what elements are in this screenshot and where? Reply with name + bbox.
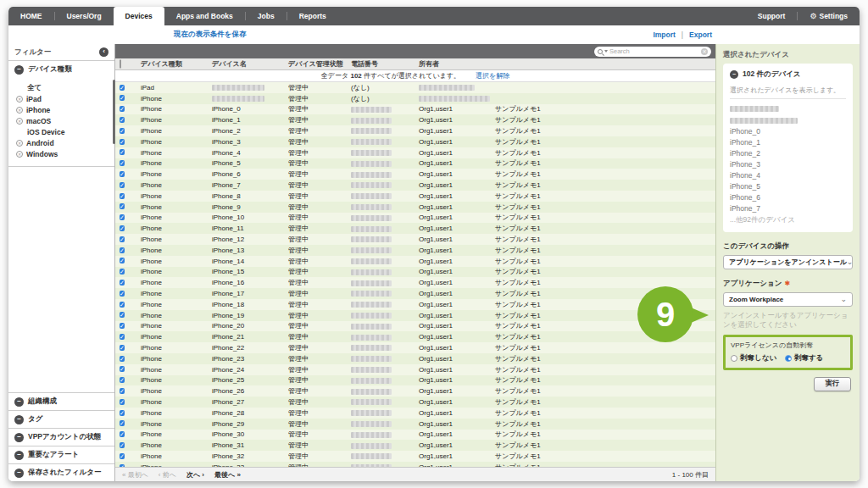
col-owner[interactable]: 所有者: [419, 59, 495, 69]
table-row[interactable]: ✓iPhoneiPhone_22管理中Org1,user1サンプルメモ1: [115, 342, 715, 353]
table-row[interactable]: ✓iPhoneiPhone_28管理中Org1,user1サンプルメモ1: [115, 408, 715, 419]
page-first-link[interactable]: « 最初へ: [122, 470, 148, 480]
table-row[interactable]: ✓iPhoneiPhone_25管理中Org1,user1サンプルメモ1: [115, 375, 715, 386]
table-row[interactable]: ✓iPhone管理中(なし): [115, 93, 715, 104]
execute-button[interactable]: 実行: [814, 377, 851, 391]
row-checkbox[interactable]: ✓: [120, 280, 125, 286]
row-checkbox[interactable]: ✓: [120, 334, 125, 340]
filter-device-type-ipad[interactable]: ✕iPad: [8, 93, 114, 104]
row-checkbox[interactable]: ✓: [120, 323, 125, 329]
table-row[interactable]: ✓iPhoneiPhone_17管理中Org1,user1サンプルメモ1: [115, 288, 715, 299]
row-checkbox[interactable]: ✓: [120, 149, 125, 155]
row-checkbox[interactable]: ✓: [120, 269, 125, 274]
table-row[interactable]: ✓iPhoneiPhone_23管理中Org1,user1サンプルメモ1: [115, 353, 715, 364]
select-all-checkbox[interactable]: [120, 59, 121, 69]
page-prev-link[interactable]: ‹ 前へ: [159, 470, 176, 480]
device-type-section-header[interactable]: − デバイス種類: [8, 61, 114, 78]
row-checkbox[interactable]: ✓: [120, 356, 125, 362]
sidebar-scrollbar[interactable]: [113, 80, 115, 144]
operation-select[interactable]: アプリケーションをアンインストール ⌄: [723, 255, 853, 269]
table-row[interactable]: ✓iPad管理中(なし): [115, 82, 715, 93]
chevron-left-circle-icon[interactable]: ‹: [99, 47, 108, 57]
row-checkbox[interactable]: ✓: [120, 128, 125, 134]
row-checkbox[interactable]: ✓: [120, 203, 125, 209]
collapse-circle-icon[interactable]: −: [730, 70, 738, 79]
nav-tab-apps-and-books[interactable]: Apps and Books: [164, 7, 245, 25]
import-link[interactable]: Import: [653, 30, 675, 39]
row-checkbox[interactable]: ✓: [120, 106, 125, 112]
nav-tab-jobs[interactable]: Jobs: [246, 7, 287, 25]
table-row[interactable]: ✓iPhoneiPhone_21管理中Org1,user1サンプルメモ1: [115, 331, 715, 342]
row-checkbox[interactable]: ✓: [120, 431, 125, 437]
table-row[interactable]: ✓iPhoneiPhone_10管理中Org1,user1サンプルメモ1: [115, 213, 715, 224]
search-clear-icon[interactable]: ✕: [701, 48, 708, 55]
filter-device-type-windows[interactable]: ✕Windows: [8, 148, 114, 159]
vpp-radio-selected[interactable]: 剥奪する: [785, 353, 823, 363]
row-checkbox[interactable]: ✓: [120, 420, 125, 426]
nav-settings[interactable]: ⚙ Settings: [798, 7, 860, 25]
filter-device-type-ios-device[interactable]: iOS Device: [8, 126, 114, 137]
table-row[interactable]: ✓iPhoneiPhone_11管理中Org1,user1サンプルメモ1: [115, 223, 715, 234]
table-row[interactable]: ✓iPhoneiPhone_12管理中Org1,user1サンプルメモ1: [115, 234, 715, 245]
filter-device-type-iphone[interactable]: ✕iPhone: [8, 104, 114, 115]
col-phone[interactable]: 電話番号: [351, 59, 419, 69]
table-row[interactable]: ✓iPhoneiPhone_0管理中Org1,user1サンプルメモ1: [115, 104, 715, 115]
table-row[interactable]: ✓iPhoneiPhone_7管理中Org1,user1サンプルメモ1: [115, 180, 715, 191]
row-checkbox[interactable]: ✓: [120, 291, 125, 297]
table-row[interactable]: ✓iPhoneiPhone_29管理中Org1,user1サンプルメモ1: [115, 419, 715, 430]
table-row[interactable]: ✓iPhoneiPhone_8管理中Org1,user1サンプルメモ1: [115, 191, 715, 202]
table-row[interactable]: ✓iPhoneiPhone_30管理中Org1,user1サンプルメモ1: [115, 430, 715, 441]
row-checkbox[interactable]: ✓: [120, 182, 125, 188]
table-row[interactable]: ✓iPhoneiPhone_1管理中Org1,user1サンプルメモ1: [115, 114, 715, 125]
row-checkbox[interactable]: ✓: [120, 139, 125, 145]
page-next-link[interactable]: 次へ ›: [186, 470, 204, 480]
row-checkbox[interactable]: ✓: [120, 85, 125, 91]
search-scope-chevron-icon[interactable]: [604, 50, 608, 53]
row-checkbox[interactable]: ✓: [120, 399, 125, 405]
row-checkbox[interactable]: ✓: [120, 160, 125, 166]
row-checkbox[interactable]: ✓: [120, 95, 125, 101]
row-checkbox[interactable]: ✓: [120, 388, 125, 394]
row-checkbox[interactable]: ✓: [120, 302, 125, 308]
row-checkbox[interactable]: ✓: [120, 225, 125, 231]
table-row[interactable]: ✓iPhoneiPhone_3管理中Org1,user1サンプルメモ1: [115, 136, 715, 147]
table-row[interactable]: ✓iPhoneiPhone_20管理中Org1,user1サンプルメモ1: [115, 321, 715, 332]
row-checkbox[interactable]: ✓: [120, 193, 125, 199]
row-checkbox[interactable]: ✓: [120, 214, 125, 220]
filter-device-type-android[interactable]: ✕Android: [8, 137, 114, 148]
table-row[interactable]: ✓iPhoneiPhone_4管理中Org1,user1サンプルメモ1: [115, 147, 715, 158]
sidebar-section-重要なアラート[interactable]: −重要なアラート: [8, 446, 114, 463]
table-row[interactable]: ✓iPhoneiPhone_6管理中Org1,user1サンプルメモ1: [115, 169, 715, 180]
table-row[interactable]: ✓iPhoneiPhone_19管理中Org1,user1サンプルメモ1: [115, 310, 715, 321]
row-checkbox[interactable]: ✓: [120, 453, 125, 459]
search-input[interactable]: Search ✕: [594, 47, 711, 57]
table-row[interactable]: ✓iPhoneiPhone_14管理中Org1,user1サンプルメモ1: [115, 256, 715, 267]
sidebar-section-タグ[interactable]: −タグ: [8, 410, 114, 428]
filter-device-type-macos[interactable]: ✕macOS: [8, 115, 114, 126]
nav-tab-devices[interactable]: Devices: [114, 7, 164, 25]
nav-tab-users-org[interactable]: Users/Org: [55, 7, 114, 25]
sidebar-section-VPPアカウントの状態[interactable]: −VPPアカウントの状態: [8, 428, 114, 446]
nav-support[interactable]: Support: [746, 7, 798, 25]
row-checkbox[interactable]: ✓: [120, 236, 125, 242]
table-row[interactable]: ✓iPhoneiPhone_31管理中Org1,user1サンプルメモ1: [115, 440, 715, 451]
row-checkbox[interactable]: ✓: [120, 366, 125, 372]
row-checkbox[interactable]: ✓: [120, 345, 125, 351]
table-row[interactable]: ✓iPhoneiPhone_24管理中Org1,user1サンプルメモ1: [115, 364, 715, 375]
table-row[interactable]: ✓iPhoneiPhone_18管理中Org1,user1サンプルメモ1: [115, 299, 715, 310]
vpp-radio-unselected[interactable]: 剥奪しない: [731, 353, 776, 363]
row-checkbox[interactable]: ✓: [120, 442, 125, 448]
export-link[interactable]: Export: [689, 30, 712, 39]
sidebar-section-保存されたフィルター[interactable]: −保存されたフィルター: [8, 463, 114, 481]
table-row[interactable]: ✓iPhoneiPhone_27管理中Org1,user1サンプルメモ1: [115, 396, 715, 408]
application-select[interactable]: Zoom Workplace ⌄: [723, 292, 853, 307]
filter-device-type--[interactable]: 全て: [8, 82, 114, 93]
table-row[interactable]: ✓iPhoneiPhone_5管理中Org1,user1サンプルメモ1: [115, 158, 715, 169]
table-row[interactable]: ✓iPhoneiPhone_2管理中Org1,user1サンプルメモ1: [115, 125, 715, 136]
sidebar-section-組織構成[interactable]: −組織構成: [8, 392, 114, 410]
page-last-link[interactable]: 最後へ »: [214, 470, 241, 480]
table-row[interactable]: ✓iPhoneiPhone_16管理中Org1,user1サンプルメモ1: [115, 277, 715, 288]
nav-tab-home[interactable]: HOME: [8, 7, 54, 25]
table-row[interactable]: ✓iPhoneiPhone_13管理中Org1,user1サンプルメモ1: [115, 245, 715, 256]
nav-tab-reports[interactable]: Reports: [287, 7, 338, 25]
